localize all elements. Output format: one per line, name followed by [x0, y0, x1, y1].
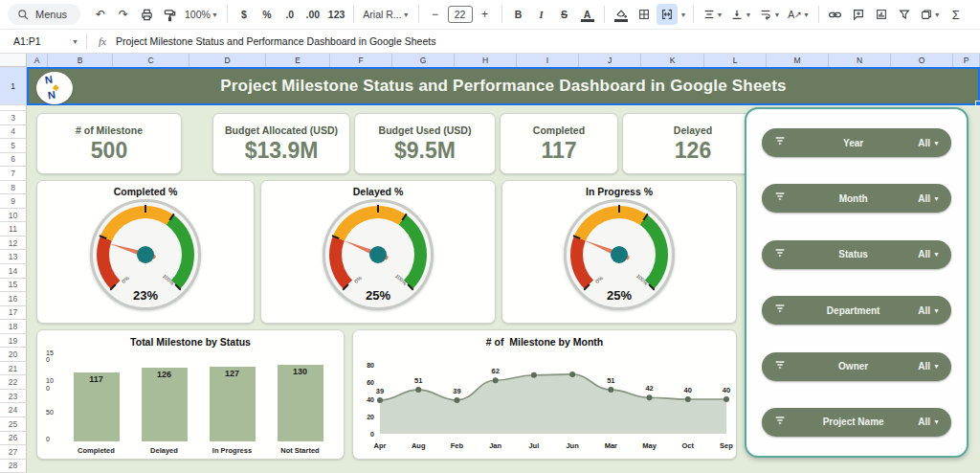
column-header-F[interactable]: F: [330, 54, 392, 67]
column-header-E[interactable]: E: [266, 54, 330, 67]
menus-button[interactable]: Menus: [8, 4, 80, 25]
row-header-14[interactable]: 14: [0, 264, 27, 279]
row-header-19[interactable]: 19: [0, 334, 27, 349]
fill-color-button[interactable]: [611, 4, 632, 25]
column-header-A[interactable]: A: [27, 54, 48, 67]
data-point[interactable]: [454, 397, 459, 403]
row-header-9[interactable]: 9: [0, 194, 27, 209]
gauge-card-1[interactable]: Delayed %0%100%25%: [260, 180, 496, 324]
row-header-17[interactable]: 17: [0, 306, 27, 321]
increase-decimal-button[interactable]: .00: [302, 4, 323, 25]
row-header-23[interactable]: 23: [0, 390, 27, 404]
area-chart-card[interactable]: # of Milestone by Month 80604020039Apr51…: [352, 329, 737, 460]
text-wrap-button[interactable]: ▼: [756, 4, 783, 25]
data-point[interactable]: [608, 387, 613, 393]
kpi-card-0[interactable]: # of Milestone500: [36, 113, 182, 174]
row-header-22[interactable]: 22: [0, 375, 27, 390]
row-header-5[interactable]: 5: [0, 139, 27, 153]
kpi-card-3[interactable]: Completed117: [500, 113, 618, 174]
row-header-10[interactable]: 10: [0, 209, 27, 223]
data-point[interactable]: [569, 372, 575, 377]
redo-button[interactable]: ↷: [113, 4, 134, 25]
horizontal-align-button[interactable]: ▼: [700, 4, 726, 25]
row-header-7[interactable]: 7: [0, 167, 27, 181]
insert-comment-button[interactable]: [848, 4, 869, 25]
selection-fill-handle[interactable]: [975, 101, 980, 106]
select-all-corner[interactable]: [0, 54, 27, 67]
print-button[interactable]: [136, 4, 157, 25]
filter-pill-year[interactable]: YearAll▼: [762, 128, 951, 157]
row-header-24[interactable]: 24: [0, 403, 27, 417]
row-header-27[interactable]: 27: [0, 445, 27, 460]
column-header-J[interactable]: J: [579, 54, 641, 67]
column-header-L[interactable]: L: [704, 54, 767, 67]
row-header-26[interactable]: 26: [0, 432, 27, 446]
bar[interactable]: 127: [210, 367, 256, 441]
column-header-P[interactable]: P: [953, 54, 980, 67]
formula-input[interactable]: Project Milestone Status and Performance…: [116, 35, 980, 47]
borders-button[interactable]: [634, 4, 655, 25]
merge-cells-button[interactable]: [657, 4, 678, 25]
row-header-11[interactable]: 11: [0, 222, 27, 236]
zoom-select[interactable]: 100%▼: [182, 4, 221, 25]
italic-button[interactable]: I: [531, 4, 552, 25]
row-header-28[interactable]: 28: [0, 460, 27, 473]
data-point[interactable]: [685, 396, 691, 402]
gauge-card-2[interactable]: In Progress %0%100%25%: [501, 180, 737, 324]
column-header-O[interactable]: O: [891, 54, 953, 67]
kpi-card-1[interactable]: Budget Allocated (USD)$13.9M: [212, 113, 350, 174]
data-point[interactable]: [415, 387, 421, 393]
name-box[interactable]: A1:P1 ▼: [0, 35, 86, 47]
row-header-18[interactable]: 18: [0, 320, 27, 334]
bar[interactable]: 117: [74, 372, 120, 441]
table-views-button[interactable]: ▼: [917, 4, 944, 25]
row-header-6[interactable]: 6: [0, 153, 27, 168]
data-point[interactable]: [531, 372, 537, 378]
row-header-12[interactable]: 12: [0, 236, 27, 251]
decrease-decimal-button[interactable]: .0: [279, 4, 301, 25]
gauge-card-0[interactable]: Completed %0%100%23%: [36, 180, 255, 324]
bar[interactable]: 126: [142, 368, 188, 441]
column-header-N[interactable]: N: [829, 54, 891, 67]
paint-format-button[interactable]: [159, 4, 180, 25]
column-header-I[interactable]: I: [517, 54, 579, 67]
row-header-4[interactable]: 4: [0, 125, 27, 140]
row-header-1[interactable]: 1: [0, 67, 27, 105]
row-header-20[interactable]: 20: [0, 348, 27, 362]
decrease-font-size-button[interactable]: −: [425, 4, 446, 25]
font-select[interactable]: Arial R...▼: [360, 4, 412, 25]
data-point[interactable]: [493, 377, 499, 383]
kpi-card-2[interactable]: Budget Used (USD)$9.5M: [354, 113, 496, 174]
data-point[interactable]: [724, 396, 729, 402]
text-rotation-button[interactable]: A↗▼: [785, 4, 813, 25]
data-point[interactable]: [647, 394, 653, 400]
filter-pill-month[interactable]: MonthAll▼: [762, 184, 951, 213]
column-header-G[interactable]: G: [392, 54, 455, 67]
undo-button[interactable]: ↶: [90, 4, 111, 25]
increase-font-size-button[interactable]: +: [475, 4, 496, 25]
column-header-B[interactable]: B: [48, 54, 113, 67]
row-header-25[interactable]: 25: [0, 417, 27, 432]
format-currency-button[interactable]: $: [234, 4, 255, 25]
column-header-K[interactable]: K: [641, 54, 704, 67]
kpi-card-4[interactable]: Delayed126: [622, 113, 764, 174]
filter-pill-owner[interactable]: OwnerAll▼: [762, 352, 951, 381]
insert-link-button[interactable]: [825, 4, 846, 25]
column-header-C[interactable]: C: [113, 54, 189, 67]
row-header-13[interactable]: 13: [0, 250, 27, 264]
filter-pill-project-name[interactable]: Project NameAll▼: [762, 408, 951, 437]
insert-chart-button[interactable]: [871, 4, 892, 25]
row-header-21[interactable]: 21: [0, 362, 27, 376]
font-size-input[interactable]: 22: [448, 6, 473, 23]
more-formats-button[interactable]: 123: [325, 4, 348, 25]
row-header-15[interactable]: 15: [0, 279, 27, 293]
format-percent-button[interactable]: %: [256, 4, 278, 25]
column-header-M[interactable]: M: [767, 54, 829, 67]
bar-chart-card[interactable]: Total Milestone by Status 150 100 50 0 1…: [36, 329, 345, 460]
filter-pill-status[interactable]: StatusAll▼: [762, 240, 951, 269]
strikethrough-button[interactable]: S: [554, 4, 575, 25]
dashboard-title-banner[interactable]: N ◆ N Project Milestone Status and Perfo…: [27, 67, 980, 105]
filter-pill-department[interactable]: DepartmentAll▼: [762, 296, 951, 325]
create-filter-button[interactable]: [894, 4, 915, 25]
data-point[interactable]: [377, 397, 383, 403]
